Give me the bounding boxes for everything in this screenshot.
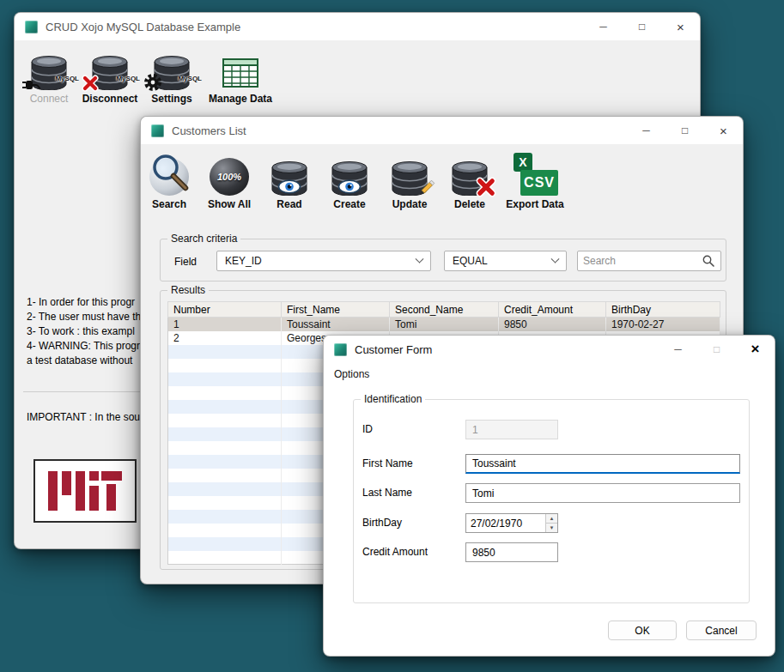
table-cell-empty [168, 469, 282, 482]
disconnect-label: Disconnect [82, 93, 138, 105]
table-icon [221, 56, 260, 90]
delete-label: Delete [454, 198, 485, 210]
results-legend: Results [167, 284, 209, 296]
export-data-button[interactable]: X CSV Export Data [503, 153, 567, 210]
table-cell-empty [168, 482, 282, 496]
read-label: Read [277, 198, 301, 210]
close-icon[interactable]: × [704, 117, 743, 144]
table-cell-empty [168, 496, 282, 510]
first-name-label: First Name [362, 457, 413, 469]
search-button[interactable]: Search [143, 153, 196, 210]
spinner: ▲ ▼ [545, 514, 557, 532]
main-toolbar: MySQL Connect MySQL Disconnect [21, 47, 277, 105]
mysql-badge: MySQL [116, 75, 140, 82]
delete-button[interactable]: Delete [443, 153, 496, 210]
minimize-icon[interactable]: ─ [584, 13, 623, 40]
spin-up-icon[interactable]: ▲ [546, 514, 557, 524]
table-cell[interactable]: Toussaint [282, 318, 390, 331]
pencil-icon [417, 179, 436, 197]
maximize-icon[interactable]: □ [665, 117, 704, 144]
table-cell-empty [168, 524, 282, 537]
table-cell-empty [168, 551, 282, 565]
search-label: Search [152, 198, 186, 210]
id-field [465, 420, 558, 439]
update-label: Update [392, 198, 428, 210]
connect-button[interactable]: MySQL Connect [21, 47, 76, 105]
table-cell[interactable]: 1 [168, 318, 282, 331]
close-icon[interactable]: × [661, 13, 700, 40]
mysql-badge: MySQL [178, 75, 202, 82]
main-window-titlebar[interactable]: CRUD Xojo MySQL Database Example ─ □ × [15, 13, 700, 40]
note-line: 3- To work : this exampl [27, 325, 141, 337]
spin-down-icon[interactable]: ▼ [546, 524, 557, 532]
id-label: ID [362, 423, 373, 435]
chevron-down-icon [416, 254, 424, 263]
birthday-label: BirthDay [362, 517, 402, 529]
settings-button[interactable]: MySQL Settings [143, 47, 200, 105]
column-header-number[interactable]: Number [168, 302, 282, 318]
mysql-badge: MySQL [55, 75, 79, 82]
birthday-field[interactable]: ▲ ▼ [465, 513, 558, 533]
update-button[interactable]: Update [383, 153, 436, 210]
search-field[interactable] [577, 251, 721, 271]
credit-amount-field[interactable] [465, 542, 558, 562]
window-controls: ─ □ × [659, 336, 775, 363]
magnifier-icon [148, 151, 192, 196]
column-header-credit-amount[interactable]: Credit_Amount [499, 302, 606, 318]
maximize-icon[interactable]: □ [697, 336, 736, 363]
customers-window-titlebar[interactable]: Customers List ─ □ × [141, 117, 743, 144]
last-name-field[interactable] [465, 483, 740, 503]
connect-label: Connect [30, 93, 69, 105]
maximize-icon[interactable]: □ [623, 13, 661, 40]
identification-group: Identification ID First Name Last Name B… [353, 399, 750, 603]
search-criteria-group: Search criteria Field KEY_ID EQUAL [160, 239, 726, 282]
manage-data-button[interactable]: Manage Data [204, 47, 277, 105]
customer-form-window: Customer Form ─ □ × Options Identificati… [323, 335, 775, 657]
operator-select[interactable]: EQUAL [444, 251, 567, 271]
table-cell[interactable]: 2 [168, 331, 282, 345]
minimize-icon[interactable]: ─ [627, 117, 665, 144]
table-cell[interactable]: 9850 [499, 318, 606, 331]
excel-x-icon: X [514, 153, 532, 172]
chevron-down-icon [551, 254, 560, 263]
table-header-row: Number First_Name Second_Name Credit_Amo… [168, 302, 720, 318]
column-header-first-name[interactable]: First_Name [282, 302, 390, 318]
table-row[interactable]: 1ToussaintTomi98501970-02-27 [168, 318, 720, 331]
column-header-second-name[interactable]: Second_Name [390, 302, 499, 318]
form-window-titlebar[interactable]: Customer Form ─ □ × [324, 336, 775, 363]
disconnect-button[interactable]: MySQL Disconnect [80, 47, 140, 105]
table-cell-empty [168, 359, 282, 372]
close-icon[interactable]: × [736, 336, 775, 363]
note-line: a test database without [27, 354, 141, 366]
window-icon [25, 21, 38, 33]
window-controls: ─ □ × [627, 117, 743, 144]
mit-logo [33, 459, 137, 523]
search-input[interactable] [583, 255, 702, 267]
table-cell[interactable]: Tomi [390, 318, 499, 331]
show-all-button[interactable]: 100% Show All [203, 153, 256, 210]
field-label: Field [174, 256, 197, 268]
search-criteria-legend: Search criteria [167, 233, 240, 245]
menu-options[interactable]: Options [328, 368, 375, 380]
column-header-birthday[interactable]: BirthDay [606, 302, 720, 318]
create-button[interactable]: Create [323, 153, 376, 210]
main-window-title: CRUD Xojo MySQL Database Example [46, 21, 240, 33]
cancel-button[interactable]: Cancel [686, 621, 757, 640]
gear-icon [143, 73, 162, 92]
customers-window-title: Customers List [172, 124, 246, 137]
table-cell-empty [168, 537, 282, 551]
100-percent-badge: 100% [217, 172, 241, 182]
birthday-input[interactable] [466, 514, 545, 532]
field-select[interactable]: KEY_ID [216, 251, 431, 271]
sphere-icon: 100% [210, 158, 249, 196]
table-cell-empty [168, 400, 282, 414]
create-label: Create [333, 198, 365, 210]
first-name-field[interactable] [465, 454, 740, 474]
table-cell-empty [168, 414, 282, 427]
last-name-label: Last Name [362, 487, 412, 499]
table-cell[interactable]: 1970-02-27 [606, 318, 720, 331]
minimize-icon[interactable]: ─ [659, 336, 697, 363]
ok-button[interactable]: OK [608, 621, 677, 640]
read-button[interactable]: Read [263, 153, 316, 210]
form-window-title: Customer Form [355, 343, 432, 356]
